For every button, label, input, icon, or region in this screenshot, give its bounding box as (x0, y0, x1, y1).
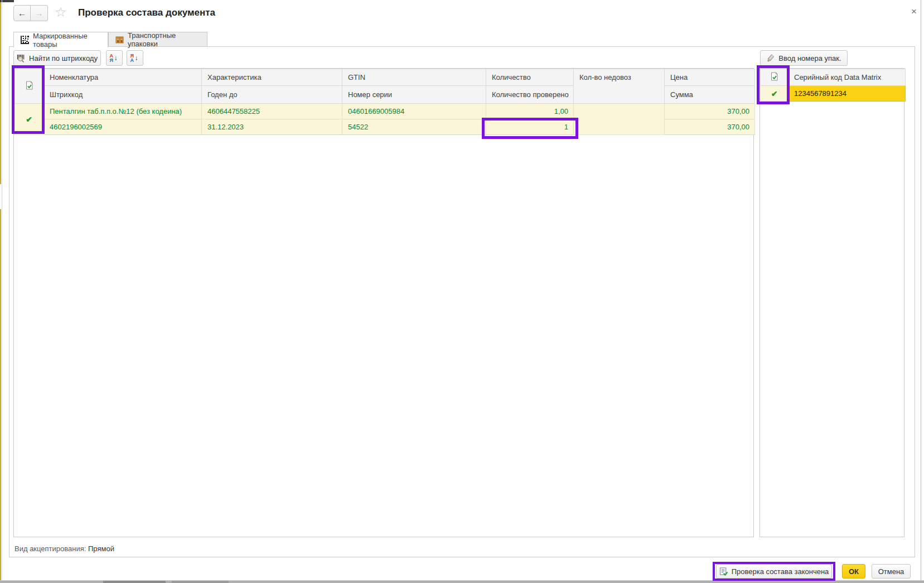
window-left-border (2, 0, 2, 580)
column-header-series[interactable]: Номер серии (342, 86, 486, 104)
column-header-nomenclature[interactable]: Номенклатура (44, 69, 202, 86)
cell-series[interactable]: 54522 (342, 119, 486, 135)
close-icon[interactable]: × (911, 6, 917, 17)
sort-ascending-button[interactable]: А Я ↓ (106, 50, 123, 66)
row-checked-icon[interactable]: ✔ (761, 86, 788, 102)
tab-label: Маркированные товары (33, 32, 101, 49)
sort-letter-bottom: А (130, 57, 134, 63)
back-button[interactable]: ← (13, 5, 31, 21)
checkbox-doc-icon (770, 72, 778, 81)
page-title: Проверка состава документа (78, 7, 215, 18)
window-right-border (921, 0, 921, 580)
table-row[interactable]: ✔ Пенталгин таб.п.п.о.№12 (без кодеина) … (14, 104, 755, 119)
sort-descending-icon: Я А ↓ (130, 54, 140, 63)
serial-select-all-checkbox[interactable] (761, 69, 788, 86)
tab-marked-goods[interactable]: Маркированные товары (13, 32, 108, 47)
serial-table: Серийный код Data Matrix ✔ 1234567891234 (759, 68, 904, 537)
barcode-search-icon (17, 54, 25, 62)
button-label: Найти по штрихкоду (29, 54, 98, 62)
acceptance-label: Вид акцептирования: (14, 545, 86, 553)
column-header-gtin[interactable]: GTIN (342, 69, 486, 86)
package-icon (115, 35, 124, 44)
table-row-selected[interactable]: ✔ 1234567891234 (761, 86, 906, 102)
pencil-icon (766, 54, 775, 62)
column-header-quantity[interactable]: Количество (486, 69, 574, 86)
cell-sum[interactable]: 370,00 (665, 119, 755, 135)
button-label: Ввод номера упак. (778, 54, 841, 62)
favorite-star-icon[interactable]: ☆ (55, 4, 67, 20)
sort-descending-button[interactable]: Я А ↓ (127, 50, 143, 66)
column-header-serial[interactable]: Серийный код Data Matrix (788, 69, 906, 86)
find-by-barcode-button[interactable]: Найти по штрихкоду (13, 50, 101, 66)
finish-check-button[interactable]: Проверка состава закончена (716, 564, 832, 579)
cell-quantity-checked[interactable]: 1 (486, 119, 574, 135)
column-header-sum[interactable]: Сумма (665, 86, 755, 104)
sort-arrow: ↓ (135, 54, 138, 62)
column-header-shortage[interactable]: Кол-во недовоз (574, 69, 665, 104)
column-header-price[interactable]: Цена (665, 69, 755, 86)
column-header-expires[interactable]: Годен до (202, 86, 342, 104)
cell-nomenclature[interactable]: Пенталгин таб.п.п.о.№12 (без кодеина) (44, 104, 202, 119)
taskbar-item (103, 581, 166, 583)
acceptance-type-line: Вид акцептирования: Прямой (14, 545, 114, 553)
cell-characteristic[interactable]: 4606447558225 (202, 104, 342, 119)
tab-label: Транспортные упаковки (128, 31, 200, 48)
sort-arrow: ↓ (114, 54, 118, 62)
cell-quantity[interactable]: 1,00 (486, 104, 574, 119)
sort-letter-bottom: Я (110, 57, 113, 63)
cell-barcode[interactable]: 4602196002569 (44, 119, 202, 135)
cell-price[interactable]: 370,00 (665, 104, 755, 119)
column-header-quantity-checked[interactable]: Количество проверено (486, 86, 574, 104)
cell-shortage[interactable] (574, 104, 665, 135)
enter-package-number-button[interactable]: Ввод номера упак. (760, 50, 848, 66)
checkbox-doc-icon (25, 81, 33, 90)
nav-history-group: ← → (13, 5, 48, 21)
cell-gtin[interactable]: 04601669005984 (342, 104, 486, 119)
cell-expires[interactable]: 31.12.2023 (202, 119, 342, 135)
column-header-barcode[interactable]: Штрихкод (44, 86, 202, 104)
datamatrix-icon (21, 36, 29, 44)
cell-serial[interactable]: 1234567891234 (788, 86, 906, 102)
sort-ascending-icon: А Я ↓ (110, 54, 119, 63)
taskbar-item (172, 581, 229, 583)
background-window-edge-gap (0, 184, 1, 209)
tab-transport-packages[interactable]: Транспортные упаковки (108, 32, 207, 47)
button-label: Проверка состава закончена (732, 567, 829, 576)
cancel-button[interactable]: Отмена (872, 564, 911, 579)
background-window-edge (0, 0, 1, 583)
column-header-characteristic[interactable]: Характеристика (202, 69, 342, 86)
ok-button[interactable]: ОК (842, 564, 865, 579)
select-all-checkbox[interactable] (14, 69, 44, 104)
document-check-icon (719, 567, 728, 576)
row-checked-icon[interactable]: ✔ (14, 104, 44, 135)
acceptance-value: Прямой (88, 545, 114, 553)
forward-button[interactable]: → (31, 5, 48, 21)
goods-table: Номенклатура Характеристика GTIN Количес… (13, 68, 754, 537)
